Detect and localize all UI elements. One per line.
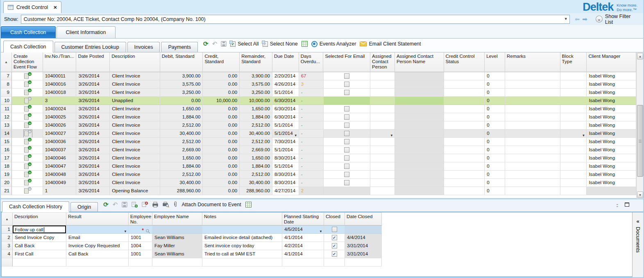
block-type-cell[interactable]	[560, 171, 587, 179]
selected-for-email-cell[interactable]	[324, 146, 371, 154]
column-header-inv-no-tran-[interactable]: Inv.No./Tran...	[43, 52, 77, 72]
table-row[interactable]: 7+104000113/26/2014Client Invoice3,900.0…	[1, 72, 636, 80]
credit-control-status-cell[interactable]	[444, 146, 485, 154]
row-number-cell[interactable]: 3	[2, 242, 13, 250]
closed-cell[interactable]: ✓	[324, 234, 345, 242]
block-type-cell[interactable]	[560, 179, 587, 187]
selected-for-email-cell[interactable]	[324, 179, 371, 187]
level-cell[interactable]: 0	[485, 130, 505, 138]
remarks-cell[interactable]	[505, 130, 560, 138]
row-number-cell[interactable]: 15	[1, 138, 12, 146]
column-header-credit-standard[interactable]: Credit, Standard	[203, 52, 240, 72]
credit-control-status-cell[interactable]	[444, 113, 485, 121]
row-number-cell[interactable]: 17	[1, 154, 12, 162]
table-row[interactable]: 16+104000373/26/2014Client Invoice2,669.…	[1, 146, 636, 154]
remarks-cell[interactable]	[505, 187, 560, 195]
block-type-cell[interactable]	[560, 80, 587, 89]
chevron-down-icon[interactable]: ▼	[390, 132, 393, 138]
result-cell[interactable]: Invoice Copy Requested	[66, 242, 129, 250]
column-header-due-date[interactable]: Due Date	[272, 52, 299, 72]
notes-cell[interactable]	[202, 226, 282, 234]
notes-cell[interactable]: Emailed invoice detail (attached)	[202, 234, 282, 242]
vertical-scrollbar[interactable]: ▲ ▼	[636, 52, 643, 198]
selected-for-email-checkbox[interactable]	[344, 139, 349, 144]
selected-for-email-checkbox[interactable]	[344, 114, 349, 120]
selected-for-email-checkbox[interactable]	[344, 73, 349, 79]
undo-icon[interactable]: ↶	[113, 202, 118, 207]
assigned-contact-person-cell[interactable]	[370, 72, 395, 80]
table-row[interactable]: 8+104000163/26/2014Client Invoice3,575.0…	[1, 80, 636, 89]
scrollbar-thumb[interactable]	[637, 105, 643, 177]
credit-control-status-cell[interactable]	[444, 72, 485, 80]
row-number-cell[interactable]: 4	[2, 250, 13, 258]
credit-control-status-cell[interactable]	[444, 154, 485, 162]
history-row[interactable]: 3Call BackInvoice Copy Requested1004Fay …	[2, 242, 382, 250]
description-cell[interactable]: Call Back	[13, 242, 66, 250]
create-collection-event-icon[interactable]: +	[24, 180, 32, 186]
credit-control-status-cell[interactable]	[444, 105, 485, 113]
notes-cell[interactable]: Sent invoice copy today	[202, 242, 282, 250]
history-row[interactable]: 4First CallCall Back1001Sean WilliamsTri…	[2, 250, 382, 258]
selected-for-email-checkbox[interactable]	[344, 172, 349, 177]
selected-for-email-cell[interactable]	[324, 154, 371, 162]
table-row[interactable]: 10+33/26/2014Unapplied0.0010,000.0010,00…	[1, 97, 636, 105]
remarks-cell[interactable]	[505, 179, 560, 187]
table-row[interactable]: 18+104000473/26/2014Client Invoice1,884.…	[1, 162, 636, 171]
selected-for-email-cell[interactable]	[324, 121, 371, 130]
email-client-statement-button[interactable]: Email Client Statement	[360, 41, 421, 47]
create-collection-event-icon[interactable]: +	[24, 147, 32, 153]
selected-for-email-checkbox[interactable]	[344, 106, 349, 112]
selected-for-email-cell[interactable]	[324, 80, 371, 89]
create-collection-event-icon[interactable]: +	[24, 163, 32, 170]
chevron-down-icon[interactable]: ▼	[582, 132, 585, 138]
remarks-cell[interactable]	[505, 171, 560, 179]
table-row[interactable]: 17+104000463/26/2014Client Invoice1,650.…	[1, 154, 636, 162]
row-number-cell[interactable]: 9	[1, 89, 12, 97]
block-type-cell[interactable]	[560, 121, 587, 130]
remarks-cell[interactable]	[505, 105, 560, 113]
closed-checkbox[interactable]: ✓	[332, 235, 337, 240]
credit-control-status-cell[interactable]	[444, 179, 485, 187]
subtab-cash-collection[interactable]: Cash Collection	[3, 41, 53, 52]
create-collection-event-icon[interactable]: +	[24, 130, 32, 137]
history-column-header-rownum[interactable]: ▲	[2, 213, 13, 226]
closed-cell[interactable]	[324, 226, 345, 234]
planned-starting-date-cell[interactable]: 4/5/2014▼	[282, 226, 324, 234]
table-row[interactable]: 20+104000493/26/2014Client Invoice30,400…	[1, 179, 636, 187]
row-number-cell[interactable]: 2	[2, 234, 13, 242]
result-cell[interactable]: ▼	[66, 226, 129, 234]
add-row-icon[interactable]	[132, 202, 138, 207]
level-cell[interactable]: 0	[485, 80, 505, 89]
block-type-cell[interactable]	[560, 146, 587, 154]
result-cell[interactable]: Email	[66, 234, 129, 242]
closed-cell[interactable]: ✓	[324, 250, 345, 258]
selected-for-email-cell[interactable]	[324, 113, 371, 121]
assigned-contact-person-cell[interactable]	[370, 162, 395, 171]
create-collection-event-icon[interactable]: +	[24, 139, 32, 145]
selected-for-email-checkbox[interactable]	[344, 180, 349, 185]
assigned-contact-person-cell[interactable]	[370, 113, 395, 121]
block-type-cell[interactable]	[560, 97, 587, 105]
selected-for-email-checkbox[interactable]	[344, 82, 349, 87]
level-cell[interactable]: 0	[485, 72, 505, 80]
chevron-down-icon[interactable]: ▼	[294, 132, 297, 138]
description-cell[interactable]: First Call	[13, 250, 66, 258]
selected-for-email-checkbox[interactable]	[344, 164, 349, 169]
print-icon[interactable]	[152, 202, 159, 207]
refresh-icon[interactable]: ⟳	[203, 41, 209, 47]
level-cell[interactable]: 0	[485, 146, 505, 154]
closed-checkbox[interactable]	[332, 227, 337, 232]
selected-for-email-checkbox[interactable]	[344, 147, 349, 153]
select-none-button[interactable]: ✓ Select None	[263, 41, 298, 47]
column-header-selected-for-email[interactable]: Selected For Email	[323, 52, 370, 72]
history-row[interactable]: 2Send Invoice CopyEmail1001Sean Williams…	[2, 234, 382, 242]
print-preview-icon[interactable]	[163, 202, 169, 207]
grid-view-icon[interactable]	[302, 41, 308, 47]
closed-cell[interactable]: ✓	[324, 242, 345, 250]
create-collection-event-icon[interactable]: +	[24, 171, 32, 178]
credit-control-status-cell[interactable]	[444, 89, 485, 97]
credit-control-status-cell[interactable]	[444, 138, 485, 146]
selected-for-email-cell[interactable]	[324, 138, 371, 146]
history-column-header-employee-no-[interactable]: Employee No.	[129, 213, 152, 226]
create-collection-event-icon[interactable]: +	[24, 122, 32, 129]
